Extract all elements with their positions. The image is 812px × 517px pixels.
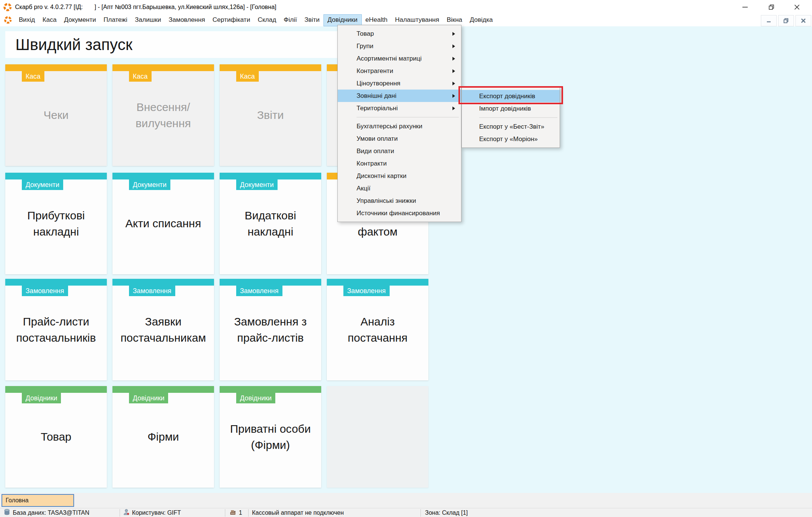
tile-zvity[interactable]: Каса Звіти bbox=[220, 64, 321, 166]
submenu-arrow-icon bbox=[452, 82, 455, 85]
tile-label: Внесення/вилучення bbox=[115, 64, 212, 166]
mdi-restore-button[interactable] bbox=[778, 15, 794, 26]
restore-button[interactable] bbox=[766, 2, 776, 12]
menu-item-eksport-morion[interactable]: Експорт у «Моріон» bbox=[462, 133, 560, 145]
menu-filii[interactable]: Філії bbox=[280, 14, 301, 26]
menu-item-vydy-oplaty[interactable]: Види оплати bbox=[338, 145, 461, 157]
tile-zamovlennia-z-prais-lystiv[interactable]: Замовлення Замовлення з прайс-листів bbox=[220, 279, 321, 380]
menu-sklad[interactable]: Склад bbox=[254, 14, 280, 26]
menu-item-zovnishni-dani[interactable]: Зовнішні дані bbox=[338, 90, 461, 102]
menu-separator bbox=[479, 117, 557, 118]
menu-item-asortymentni-matrytsi[interactable]: Асортиментні матриці bbox=[338, 52, 461, 65]
mdi-window-controls bbox=[761, 15, 811, 26]
close-button[interactable] bbox=[792, 2, 802, 12]
menu-zvity[interactable]: Звіти bbox=[301, 14, 323, 26]
tile-label: Акти списання bbox=[115, 173, 212, 274]
status-register-message: Кассовый аппарат не подключен bbox=[252, 508, 344, 517]
tile-firmy[interactable]: Довідники Фірми bbox=[112, 386, 214, 488]
title-bar: Скарб pro v. 4.0.2.77 [ІД: ] - [Апт №003… bbox=[0, 0, 812, 14]
menu-item-kontrakty[interactable]: Контракти bbox=[338, 157, 461, 170]
tile-label: Аналіз постачання bbox=[329, 279, 426, 380]
zovnishni-dani-submenu: Експорт довідників Імпорт довідників Екс… bbox=[461, 87, 560, 148]
menu-kasa[interactable]: Каса bbox=[39, 14, 60, 26]
menu-sertyfikaty[interactable]: Сертифікати bbox=[209, 14, 254, 26]
tile-label: Товар bbox=[8, 386, 105, 488]
menu-item-eksport-dovidnykiv[interactable]: Експорт довідників bbox=[462, 90, 560, 102]
menu-item-dyskontni-kartky[interactable]: Дисконтні картки bbox=[338, 170, 461, 182]
status-separator bbox=[420, 509, 421, 517]
status-database: База даних: TASA3@TITAN bbox=[4, 508, 90, 517]
tile-zaiavky-postachalnykam[interactable]: Замовлення Заявки постачальникам bbox=[112, 279, 214, 380]
tab-bar: Головна bbox=[0, 493, 812, 508]
user-icon bbox=[123, 509, 129, 517]
tile-label: Приватні особи (Фірми) bbox=[222, 386, 319, 488]
submenu-arrow-icon bbox=[452, 69, 455, 73]
mdi-close-button[interactable] bbox=[795, 15, 811, 26]
minimize-button[interactable] bbox=[740, 2, 750, 12]
status-zone: Зона: Склад [1] bbox=[425, 508, 468, 517]
status-user: Користувач: GIFT bbox=[123, 508, 181, 517]
menu-item-terytorialni[interactable]: Територіальні bbox=[338, 102, 461, 114]
tile-label: Прибуткові накладні bbox=[8, 173, 105, 274]
cash-register-icon bbox=[229, 509, 236, 517]
menu-dokumenty[interactable]: Документи bbox=[60, 14, 100, 26]
menu-item-umovy-oplaty[interactable]: Умови оплати bbox=[338, 132, 461, 145]
status-separator bbox=[225, 509, 225, 517]
tile-label: Видаткові накладні bbox=[222, 173, 319, 274]
menu-item-tovar[interactable]: Товар bbox=[338, 27, 461, 40]
tile-label: Прайс-листи постачальників bbox=[8, 279, 105, 380]
menu-item-hrupy[interactable]: Групи bbox=[338, 40, 461, 52]
menu-item-upravlinski-znyzhky[interactable]: Управлінські знижки bbox=[338, 195, 461, 207]
menu-item-kontrahenty[interactable]: Контрагенти bbox=[338, 65, 461, 77]
menu-item-import-dovidnykiv[interactable]: Імпорт довідників bbox=[462, 102, 560, 115]
tile-label: Звіти bbox=[222, 64, 319, 166]
tile-empty bbox=[327, 386, 428, 488]
mdi-minimize-button[interactable] bbox=[761, 15, 777, 26]
tab-holovna[interactable]: Головна bbox=[2, 494, 74, 507]
window-title: Скарб pro v. 4.0.2.77 [ІД: ] - [Апт №003… bbox=[15, 0, 276, 14]
menu-item-bukhhalterski-rakhunky[interactable]: Бухгалтерські рахунки bbox=[338, 120, 461, 132]
tile-cheky[interactable]: Каса Чеки bbox=[5, 64, 107, 166]
tile-vnesennia-vyluchennia[interactable]: Каса Внесення/вилучення bbox=[112, 64, 214, 166]
menu-platezhi[interactable]: Платежі bbox=[100, 14, 131, 26]
submenu-arrow-icon bbox=[452, 106, 455, 110]
tile-tovar[interactable]: Довідники Товар bbox=[5, 386, 107, 488]
menu-separator bbox=[357, 117, 459, 117]
menu-item-tsinoutvorennia[interactable]: Ціноутворення bbox=[338, 77, 461, 90]
app-logo-icon-small bbox=[4, 16, 13, 25]
tile-akty-spysannia[interactable]: Документи Акти списання bbox=[112, 173, 214, 274]
submenu-arrow-icon bbox=[452, 94, 455, 98]
status-separator bbox=[248, 509, 249, 517]
tile-pryvatni-osoby[interactable]: Довідники Приватні особи (Фірми) bbox=[220, 386, 321, 488]
dovidnyky-dropdown-menu: Товар Групи Асортиментні матриці Контраг… bbox=[337, 25, 461, 222]
tile-label bbox=[329, 386, 426, 488]
menu-zamovlennia[interactable]: Замовлення bbox=[165, 14, 209, 26]
menu-vykhid[interactable]: Вихід bbox=[15, 14, 39, 26]
submenu-arrow-icon bbox=[452, 44, 455, 48]
menu-item-eksport-best-zvit[interactable]: Експорт у «Бест-Звіт» bbox=[462, 120, 560, 133]
tile-label: Замовлення з прайс-листів bbox=[222, 279, 319, 380]
tile-label: Чеки bbox=[8, 64, 105, 166]
menu-zalyshky[interactable]: Залишки bbox=[131, 14, 165, 26]
status-register-count: 1 bbox=[229, 508, 242, 517]
menu-item-aktsii[interactable]: Акції bbox=[338, 182, 461, 195]
tile-label: Заявки постачальникам bbox=[115, 279, 212, 380]
tile-prais-lysty-postachalnykiv[interactable]: Замовлення Прайс-листи постачальників bbox=[5, 279, 107, 380]
submenu-arrow-icon bbox=[452, 32, 455, 36]
status-bar: База даних: TASA3@TITAN Користувач: GIFT… bbox=[0, 508, 812, 517]
tile-vydatkovi-nakladni[interactable]: Документи Видаткові накладні bbox=[220, 173, 321, 274]
database-icon bbox=[4, 509, 10, 517]
app-logo-icon bbox=[3, 3, 12, 12]
submenu-arrow-icon bbox=[452, 57, 455, 61]
tile-prybutkovi-nakladni[interactable]: Документи Прибуткові накладні bbox=[5, 173, 107, 274]
tile-analiz-postachannia[interactable]: Замовлення Аналіз постачання bbox=[327, 279, 428, 380]
menu-dovidka[interactable]: Довідка bbox=[466, 14, 496, 26]
tile-label: Фірми bbox=[115, 386, 212, 488]
status-separator bbox=[120, 509, 120, 517]
menu-item-istochniki-finansirovaniya[interactable]: Источники финансирования bbox=[338, 207, 461, 219]
